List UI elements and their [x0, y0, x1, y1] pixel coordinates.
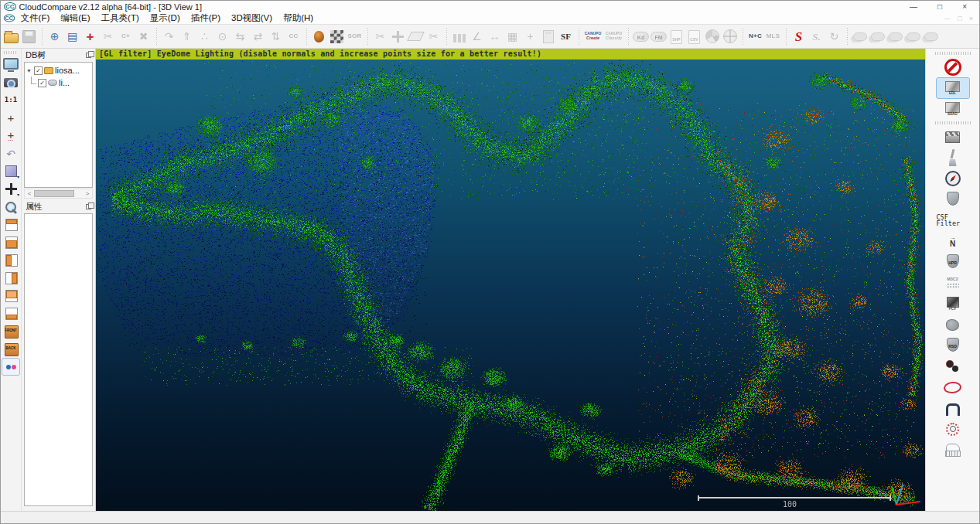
menu-item-6[interactable]: 3D视图(V)	[226, 12, 278, 24]
clipping-box-button[interactable]	[407, 26, 425, 46]
gear-ring-plugin-button[interactable]	[937, 419, 969, 439]
menu-item-7[interactable]: 帮助(H)	[278, 12, 319, 24]
point-picking-button[interactable]: +	[81, 26, 99, 46]
tree-item-label[interactable]: liosa...	[55, 66, 80, 75]
view-top-button[interactable]	[2, 216, 20, 233]
menu-item-3[interactable]: 工具类(T)	[96, 12, 145, 24]
poisson-plugin-button[interactable]	[937, 315, 969, 335]
mdi-control-1[interactable]: —	[944, 15, 951, 22]
save-button[interactable]	[20, 26, 38, 46]
noise-filter-button[interactable]: ⊙	[213, 26, 231, 46]
sf-color-scale-button[interactable]: SF	[557, 26, 575, 46]
animation-plugin-button[interactable]	[937, 127, 969, 147]
horizontal-scrollbar[interactable]: < >	[24, 189, 93, 199]
tree-row[interactable]: ▼ ✓ liosa...	[25, 64, 92, 77]
close-button[interactable]: ×	[962, 2, 967, 11]
pie-sphere-button[interactable]	[703, 26, 721, 46]
view-iso-back-button[interactable]: BACK	[2, 340, 20, 358]
spline-button[interactable]: S	[790, 26, 808, 46]
plugin-cloud-button-3[interactable]	[886, 26, 904, 46]
disable-gl-filter-button[interactable]	[937, 57, 969, 77]
pcv-plugin-button[interactable]: PCV	[937, 294, 969, 314]
point-pair-align-button[interactable]: ⇅	[267, 26, 285, 46]
sf-arithmetic-button[interactable]	[539, 26, 557, 46]
cloud-ruler-plugin-button[interactable]	[937, 440, 969, 460]
view-bottom-button[interactable]	[2, 305, 20, 322]
scroll-left-button[interactable]: <	[25, 189, 34, 198]
csv-export-button[interactable]: CSV	[685, 26, 703, 46]
open-file-button[interactable]	[2, 26, 20, 46]
view-left-button[interactable]	[2, 251, 20, 269]
translate-rotate-button[interactable]	[389, 26, 407, 46]
menu-item-5[interactable]: 插件(P)	[186, 12, 226, 24]
previous-view-button[interactable]: ↶	[2, 145, 20, 162]
shp-export-button[interactable]: SHP	[668, 26, 685, 46]
icp-button[interactable]: CC	[285, 26, 302, 46]
normals-plugin-button[interactable]: →N	[937, 231, 969, 251]
plugin-cloud-button-1[interactable]	[851, 26, 869, 46]
canupo-create-button[interactable]: CANUPOCreate	[582, 26, 603, 46]
globe-button[interactable]	[721, 26, 739, 46]
mls-smoothing-button[interactable]: MLS	[764, 26, 782, 46]
scroll-right-button[interactable]: >	[83, 189, 92, 198]
curvature-plot-button[interactable]: ∠	[468, 26, 486, 46]
menu-item-1[interactable]: 文件(F)	[15, 12, 56, 24]
kd-tree-button[interactable]: Kd	[632, 26, 650, 46]
plugin-cloud-button-4[interactable]	[904, 26, 922, 46]
visibility-checkbox[interactable]: ✓	[34, 66, 43, 75]
scissors-button[interactable]: ✂	[425, 26, 442, 46]
maximize-button[interactable]: □	[937, 2, 942, 11]
zoom-1-1-button[interactable]: 1:1	[2, 91, 20, 109]
sor-filter-button[interactable]: SOR	[346, 26, 364, 46]
magnet-plugin-button[interactable]	[937, 398, 969, 418]
float-panel-icon[interactable]	[86, 53, 91, 58]
ellipser-plugin-button[interactable]	[937, 377, 969, 397]
ssao-filter-button[interactable]: SSAO	[937, 99, 969, 119]
delete-button[interactable]: ✖	[135, 26, 152, 46]
set-pivot-button[interactable]: +	[2, 109, 20, 127]
filter-by-value-button[interactable]: ⇑	[178, 26, 196, 46]
visibility-checkbox[interactable]: ✓	[38, 79, 46, 87]
menu-item-4[interactable]: 显示(D)	[145, 12, 186, 24]
float-panel-icon[interactable]	[86, 204, 91, 209]
view-iso-front-button[interactable]: FRONT	[2, 322, 20, 340]
point-cloud-canvas[interactable]	[96, 49, 925, 511]
subsample-button[interactable]: ∴	[196, 26, 213, 46]
add-constant-sf-button[interactable]: +	[521, 26, 539, 46]
cross-section-button[interactable]: ✂	[371, 26, 389, 46]
menu-item-2[interactable]: 编辑(E)	[55, 12, 95, 24]
segment-button[interactable]: ✂	[99, 26, 117, 46]
boolean-gears-plugin-button[interactable]	[937, 356, 969, 376]
bbox-fit-button[interactable]: ▾	[2, 162, 20, 180]
octree-button[interactable]	[310, 26, 328, 46]
tree-row[interactable]: ✓ li...	[25, 77, 92, 89]
m3c2-plugin-button[interactable]: M3C2	[937, 273, 969, 293]
screenshot-button[interactable]	[2, 73, 20, 91]
checkerboard-button[interactable]	[328, 26, 346, 46]
view-front-button[interactable]	[2, 233, 20, 251]
histogram-button[interactable]	[450, 26, 468, 46]
3d-view[interactable]: [GL filter] EyeDome Lighting (disable no…	[95, 49, 925, 511]
zoom-fit-button[interactable]	[2, 198, 20, 216]
csf-plugin-button[interactable]	[937, 189, 969, 209]
fm-button[interactable]: FM	[650, 26, 668, 46]
global-shift-button[interactable]: ⊕	[46, 26, 63, 46]
clone-button[interactable]: C+	[117, 26, 135, 46]
stereo-mode-button[interactable]	[2, 358, 20, 376]
broom-plugin-button[interactable]	[937, 148, 969, 168]
rasterize-button[interactable]: ▦	[504, 26, 521, 46]
view-back-button[interactable]	[2, 287, 20, 305]
canupo-classify-button[interactable]: CANUPOClassify	[603, 26, 624, 46]
compass-plugin-button[interactable]	[937, 168, 969, 189]
fine-registration-button[interactable]: ⇄	[249, 26, 267, 46]
spline-fit-button[interactable]: S.	[808, 26, 825, 46]
mdi-control-2[interactable]: □	[958, 15, 961, 22]
match-clouds-button[interactable]: ⇆	[231, 26, 249, 46]
refresh-display-button[interactable]	[2, 56, 20, 73]
scrollbar-thumb[interactable]	[34, 190, 74, 197]
expand-arrow-icon[interactable]: ▼	[26, 68, 32, 73]
edl-filter-button[interactable]: EDL	[937, 78, 969, 98]
entity-properties-button[interactable]: ▤	[63, 26, 81, 46]
pivot-visibility-button[interactable]: ▾	[2, 180, 20, 198]
ransac-plugin-button[interactable]: RSD	[937, 335, 969, 356]
